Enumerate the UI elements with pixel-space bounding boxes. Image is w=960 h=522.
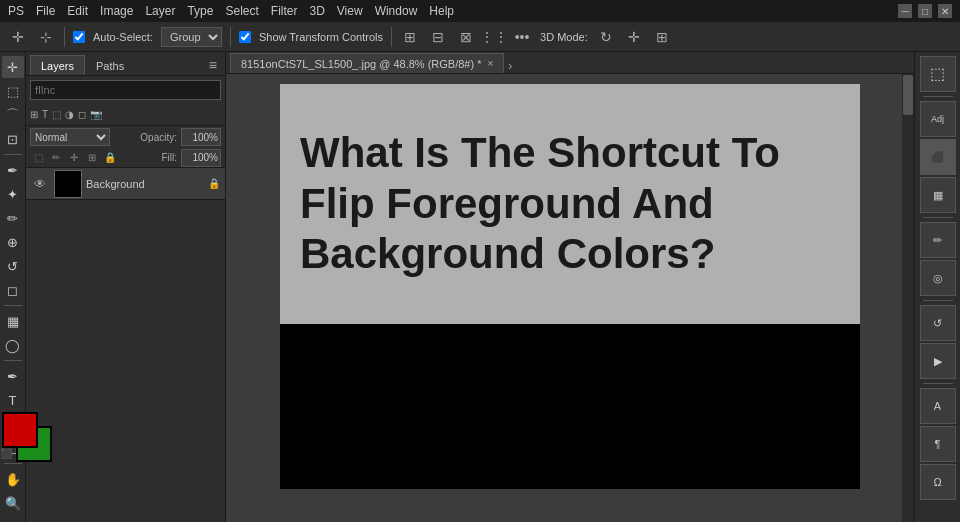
- crop-tool[interactable]: ⊡: [2, 128, 24, 150]
- menu-layer[interactable]: Layer: [145, 4, 175, 18]
- align-center-icon[interactable]: ⊟: [428, 27, 448, 47]
- panel-tabs: Layers Paths ≡: [26, 52, 225, 76]
- history-brush[interactable]: ↺: [2, 255, 24, 277]
- separator-3: [391, 27, 392, 47]
- more-icon[interactable]: •••: [512, 27, 532, 47]
- layer-thumbnail: [54, 170, 82, 198]
- menu-type[interactable]: Type: [187, 4, 213, 18]
- title-bar: PS File Edit Image Layer Type Select Fil…: [0, 0, 960, 22]
- canvas-tab-close-button[interactable]: ×: [488, 58, 494, 69]
- canvas-tab-arrow-icon[interactable]: ›: [508, 59, 512, 73]
- show-transform-checkbox[interactable]: [239, 31, 251, 43]
- menu-image[interactable]: Image: [100, 4, 133, 18]
- blend-row: Normal Opacity:: [26, 126, 225, 148]
- lasso-tool[interactable]: ⌒: [2, 104, 24, 126]
- document-lower-area: [280, 324, 860, 489]
- tool-sep-3: [4, 360, 22, 361]
- menu-3d[interactable]: 3D: [309, 4, 324, 18]
- brush-tool[interactable]: ✏: [2, 207, 24, 229]
- color-panel-button[interactable]: ⬛: [920, 139, 956, 175]
- marquee-tool[interactable]: ⬚: [2, 80, 24, 102]
- menu-filter[interactable]: Filter: [271, 4, 298, 18]
- panel-options-row: ⊞ T ⬚ ◑ ◻ 📷: [26, 104, 225, 126]
- auto-select-label: Auto-Select:: [93, 31, 153, 43]
- menu-window[interactable]: Window: [375, 4, 418, 18]
- menu-view[interactable]: View: [337, 4, 363, 18]
- default-colors-button[interactable]: ⬛: [0, 448, 14, 462]
- auto-select-checkbox[interactable]: [73, 31, 85, 43]
- layer-visibility-icon[interactable]: 👁: [30, 174, 50, 194]
- menu-edit[interactable]: Edit: [67, 4, 88, 18]
- canvas-tab[interactable]: 8151onCtS7L_SL1500_.jpg @ 48.8% (RGB/8#)…: [230, 53, 504, 73]
- auto-select-dropdown[interactable]: Group: [161, 27, 222, 47]
- lock-artboard-icon[interactable]: ⊞: [84, 150, 100, 166]
- menu-bar[interactable]: PS File Edit Image Layer Type Select Fil…: [8, 4, 454, 18]
- distribute-icon[interactable]: ⋮⋮: [484, 27, 504, 47]
- show-transform-label: Show Transform Controls: [259, 31, 383, 43]
- minimize-button[interactable]: ─: [898, 4, 912, 18]
- 3d-scale-icon[interactable]: ⊞: [652, 27, 672, 47]
- layer-item-background[interactable]: 👁 Background 🔒: [26, 168, 225, 200]
- panel-menu-icon[interactable]: ≡: [205, 55, 221, 75]
- eyedropper-tool[interactable]: ✒: [2, 159, 24, 181]
- menu-ps[interactable]: PS: [8, 4, 24, 18]
- tab-paths[interactable]: Paths: [85, 55, 135, 75]
- dodge-tool[interactable]: ◯: [2, 334, 24, 356]
- right-sep-4: [923, 383, 953, 384]
- window-controls[interactable]: ─ □ ✕: [898, 4, 952, 18]
- blend-mode-select[interactable]: Normal: [30, 128, 110, 146]
- align-left-icon[interactable]: ⊞: [400, 27, 420, 47]
- search-input[interactable]: [30, 80, 221, 100]
- scrollbar-thumb[interactable]: [903, 75, 913, 115]
- maximize-button[interactable]: □: [918, 4, 932, 18]
- gradient-tool[interactable]: ▦: [2, 310, 24, 332]
- lock-all-icon[interactable]: 🔒: [102, 150, 118, 166]
- options-bar: ✛ ⊹ Auto-Select: Group Show Transform Co…: [0, 22, 960, 52]
- clone-panel-button[interactable]: ◎: [920, 260, 956, 296]
- char-panel-button[interactable]: A: [920, 388, 956, 424]
- right-panel: ⬚ Adj ⬛ ▦ ✏ ◎ ↺ ▶ A ¶ Ω: [914, 52, 960, 522]
- eraser-tool[interactable]: ◻: [2, 279, 24, 301]
- para-panel-button[interactable]: ¶: [920, 426, 956, 462]
- opacity-input[interactable]: [181, 128, 221, 146]
- lock-pixels-icon[interactable]: ✏: [48, 150, 64, 166]
- adjustments-button[interactable]: Adj: [920, 101, 956, 137]
- menu-help[interactable]: Help: [429, 4, 454, 18]
- right-sep-2: [923, 217, 953, 218]
- heal-tool[interactable]: ✦: [2, 183, 24, 205]
- title-bar-left: PS File Edit Image Layer Type Select Fil…: [8, 4, 454, 18]
- history-panel-button[interactable]: ↺: [920, 305, 956, 341]
- fill-input[interactable]: [181, 149, 221, 167]
- shape-icon: ◻: [78, 109, 86, 120]
- layer-lock-icon: 🔒: [207, 177, 221, 191]
- move-tool[interactable]: ✛: [2, 56, 24, 78]
- document-upper-area: What Is The Shortcut To Flip Foreground …: [280, 84, 860, 324]
- layers-panel-button[interactable]: ⬚: [920, 56, 956, 92]
- close-button[interactable]: ✕: [938, 4, 952, 18]
- main-layout: ✛ ⬚ ⌒ ⊡ ✒ ✦ ✏ ⊕ ↺ ◻ ▦ ◯ ✒ T ↗ ◻ ✋ 🔍 ⇆ ⬛: [0, 52, 960, 522]
- swatches-button[interactable]: ▦: [920, 177, 956, 213]
- zoom-tool[interactable]: 🔍: [2, 492, 24, 514]
- actions-panel-button[interactable]: ▶: [920, 343, 956, 379]
- 3d-move-icon[interactable]: ✛: [624, 27, 644, 47]
- layer-name: Background: [86, 178, 207, 190]
- tab-layers[interactable]: Layers: [30, 55, 85, 75]
- menu-select[interactable]: Select: [225, 4, 258, 18]
- vertical-scrollbar[interactable]: [902, 74, 914, 522]
- pen-tool[interactable]: ✒: [2, 365, 24, 387]
- pixel-icon: ⬚: [52, 109, 61, 120]
- lock-transparent-icon[interactable]: ⬚: [30, 150, 46, 166]
- layers-panel: Layers Paths ≡ ⊞ T ⬚ ◑ ◻ 📷 Normal Opacit…: [26, 52, 226, 522]
- align-right-icon[interactable]: ⊠: [456, 27, 476, 47]
- menu-file[interactable]: File: [36, 4, 55, 18]
- clone-tool[interactable]: ⊕: [2, 231, 24, 253]
- canvas-tab-bar: 8151onCtS7L_SL1500_.jpg @ 48.8% (RGB/8#)…: [226, 52, 914, 74]
- lock-position-icon[interactable]: ✛: [66, 150, 82, 166]
- 3d-rotate-icon[interactable]: ↻: [596, 27, 616, 47]
- type-tool[interactable]: T: [2, 389, 24, 411]
- brush-panel-button[interactable]: ✏: [920, 222, 956, 258]
- glyph-panel-button[interactable]: Ω: [920, 464, 956, 500]
- foreground-color-swatch[interactable]: [2, 412, 38, 448]
- separator-1: [64, 27, 65, 47]
- right-sep-1: [923, 96, 953, 97]
